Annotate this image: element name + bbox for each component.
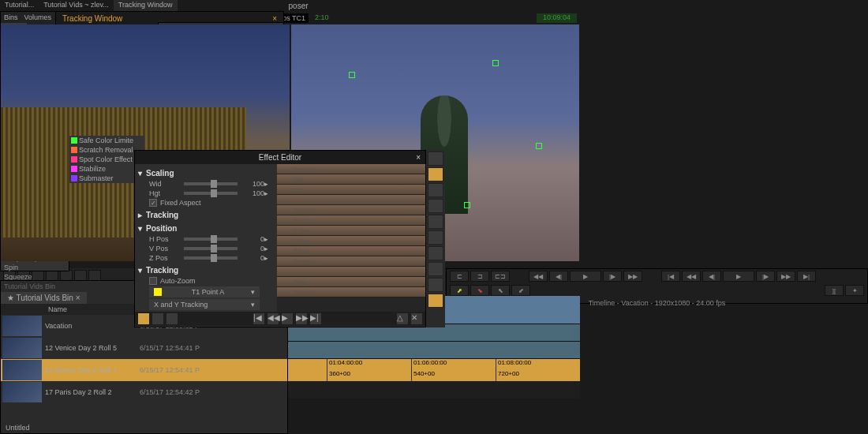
meta-value: 01:04:00:00 (327, 359, 411, 370)
goto-in-btn[interactable]: |◀ (661, 271, 680, 282)
ee-prev-kf-btn[interactable]: ◀◀ (268, 313, 279, 324)
ee-tool-promote[interactable] (428, 294, 443, 308)
track-point-marker[interactable] (536, 143, 542, 149)
ee-render-btn[interactable] (138, 313, 149, 324)
rewind2-btn[interactable]: ◀◀ (682, 271, 701, 282)
ee-grid-btn[interactable] (166, 313, 178, 324)
fx-sub-item[interactable]: Safe Color Limite (69, 136, 144, 145)
bin-row[interactable]: 12 Venice Day 2 Roll 46/15/17 12:54:41 P (1, 359, 287, 381)
keyframe-track[interactable] (277, 195, 425, 205)
param-group-title[interactable]: ▾Position (138, 223, 274, 234)
effect-editor-titlebar[interactable]: Effect Editor × (135, 151, 425, 164)
effect-keyframe-tracks[interactable]: ScalingWidHgtTrackingPositionH PosV PosZ… (277, 164, 425, 312)
play2-btn[interactable]: ▶ (723, 271, 754, 282)
effect-editor: Effect Editor × ▾ScalingWid100▸Hgt100▸✓F… (134, 150, 426, 327)
ee-del-kf-btn[interactable]: ✕ (411, 313, 422, 324)
ee-play-btn[interactable]: ▶ (282, 313, 293, 324)
keyframe-track[interactable]: Hgt (277, 185, 425, 195)
step-back2-btn[interactable]: ◀| (702, 271, 721, 282)
ee-tool-5[interactable] (428, 262, 443, 276)
fx-sub-item[interactable]: Spot Color Effect (69, 155, 144, 164)
ee-zoom-out[interactable] (428, 215, 443, 229)
keyframe-toggle[interactable]: ▸ (264, 245, 274, 253)
keyframe-track[interactable]: V Pos (277, 236, 425, 246)
app-tab[interactable]: Tutorial... (0, 0, 39, 11)
keyframe-toggle[interactable]: ▸ (264, 180, 274, 188)
ffwd2-btn[interactable]: ▶▶ (776, 271, 795, 282)
keyframe-track[interactable]: Scaling (277, 164, 425, 174)
tracking-title-text: Tracking Window (62, 14, 122, 23)
ee-last-kf-btn[interactable]: ▶| (310, 313, 321, 324)
track-point-marker[interactable] (492, 60, 499, 66)
param-checkbox[interactable]: ✓ (149, 199, 157, 207)
ee-zoom-in[interactable] (428, 199, 443, 213)
keyframe-track[interactable]: Position (277, 215, 425, 226)
keyframe-track[interactable]: Z Pos (277, 246, 425, 256)
bin-footer-tab[interactable]: Untitled (1, 422, 35, 433)
lift-btn[interactable]: ⬉ (491, 285, 510, 296)
ffwd-btn[interactable]: ▶▶ (623, 271, 642, 282)
ee-tool-2[interactable] (428, 183, 443, 197)
step-fwd2-btn[interactable]: |▶ (756, 271, 775, 282)
param-group-title[interactable]: ▾Tracking (138, 264, 274, 276)
fx-mode-btn[interactable]: ✦ (845, 285, 864, 296)
step-fwd-btn[interactable]: |▶ (603, 271, 622, 282)
param-dropdown[interactable]: X and Y Tracking▾ (149, 299, 260, 310)
ee-tool-4[interactable] (428, 246, 443, 260)
mark-in-btn[interactable]: ⊏ (450, 271, 469, 282)
param-slider[interactable] (184, 238, 238, 241)
ee-tool-hq[interactable] (428, 167, 443, 181)
bin-row[interactable]: 12 Venice Day 2 Roll 56/15/17 12:54:41 P (1, 337, 287, 359)
step-back-btn[interactable]: ◀| (549, 271, 568, 282)
ee-add-kf-btn[interactable]: △ (397, 313, 408, 324)
param-slider[interactable] (184, 182, 238, 185)
bins-tab[interactable]: Bins (1, 12, 21, 23)
ee-tool-6[interactable] (428, 278, 443, 292)
keyframe-toggle[interactable]: ▸ (264, 189, 274, 197)
mark-out-btn[interactable]: ⊐ (470, 271, 489, 282)
fx-sub-item[interactable]: Scratch Removal (69, 145, 144, 155)
ee-first-kf-btn[interactable]: |◀ (253, 313, 264, 324)
param-slider[interactable] (184, 247, 238, 250)
keyframe-track[interactable]: Tracking (277, 205, 425, 215)
param-row: H Pos0▸ (138, 234, 274, 244)
overwrite-btn[interactable]: ⬊ (470, 285, 489, 296)
extract-btn[interactable]: ⬋ (511, 285, 530, 296)
bin-row[interactable]: 17 Paris Day 2 Roll 26/15/17 12:54:42 P (1, 381, 287, 403)
keyframe-track[interactable] (277, 267, 425, 277)
keyframe-track[interactable]: Crop (277, 277, 425, 287)
app-tab[interactable]: Tracking Window (114, 0, 178, 11)
track-point-marker[interactable] (349, 72, 355, 78)
param-group-title[interactable]: ▾Scaling (138, 167, 274, 179)
track-point-marker[interactable] (464, 202, 470, 208)
fx-item[interactable]: Spin (1, 263, 69, 272)
splice-btn[interactable]: ⬈ (450, 285, 469, 296)
ee-tool-1[interactable] (428, 152, 443, 166)
param-slider[interactable] (184, 192, 238, 195)
keyframe-track[interactable]: H Pos (277, 226, 425, 236)
ee-tool-3[interactable] (428, 230, 443, 245)
fx-sub-item[interactable]: Submaster (69, 174, 144, 183)
ee-next-kf-btn[interactable]: ▶▶ (296, 313, 307, 324)
ee-outline-btn[interactable] (152, 313, 163, 324)
keyframe-track[interactable]: Wid (277, 174, 425, 185)
bin-tab[interactable]: ★ Tutorial Vids Bin × (1, 292, 87, 304)
rewind-btn[interactable]: ◀◀ (529, 271, 548, 282)
trim-btn[interactable]: ][ (825, 285, 844, 296)
param-dropdown[interactable]: T1 Point A▾ (149, 286, 260, 297)
keyframe-track[interactable]: Tracking (277, 287, 425, 297)
goto-out-btn[interactable]: ▶| (797, 271, 816, 282)
close-icon[interactable]: × (416, 153, 421, 162)
play-btn[interactable]: ▶ (570, 271, 601, 282)
fx-sub-item[interactable]: Stabilize (69, 164, 144, 174)
param-group-title[interactable]: ▸Tracking (138, 209, 274, 221)
keyframe-track[interactable]: Tracking (277, 256, 425, 267)
param-slider[interactable] (184, 256, 238, 260)
meta-value: 540+00 (411, 370, 496, 381)
mark-clip-btn[interactable]: ⊏⊐ (491, 271, 510, 282)
app-tab[interactable]: Tutorial Vids ~ zlev... (39, 0, 114, 11)
volumes-tab[interactable]: Volumes (21, 12, 55, 23)
param-checkbox[interactable] (149, 277, 157, 285)
keyframe-toggle[interactable]: ▸ (264, 254, 274, 262)
keyframe-toggle[interactable]: ▸ (264, 235, 274, 243)
